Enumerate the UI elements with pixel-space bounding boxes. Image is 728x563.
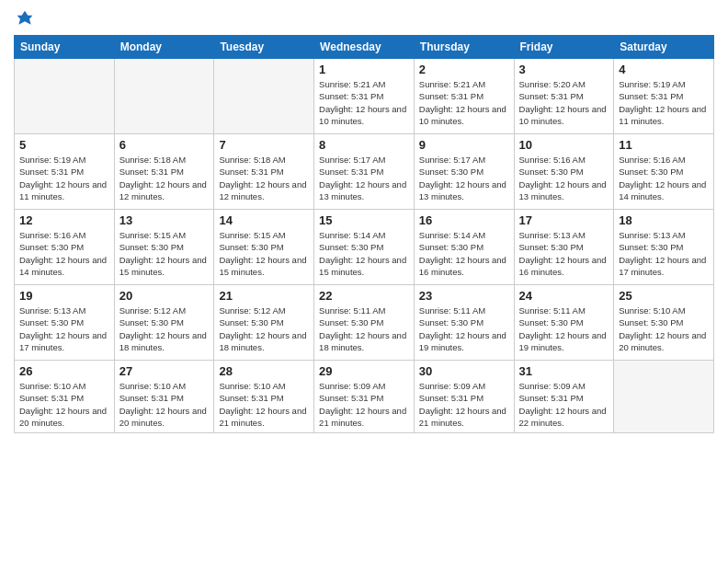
day-info: Sunrise: 5:12 AMSunset: 5:30 PMDaylight:… — [119, 304, 210, 353]
day-info: Sunrise: 5:10 AMSunset: 5:31 PMDaylight:… — [19, 380, 109, 429]
calendar-cell — [614, 361, 714, 433]
day-number: 13 — [119, 213, 210, 227]
day-number: 3 — [519, 63, 609, 76]
day-info: Sunrise: 5:09 AMSunset: 5:31 PMDaylight:… — [519, 380, 609, 429]
day-info: Sunrise: 5:09 AMSunset: 5:31 PMDaylight:… — [319, 380, 409, 429]
day-number: 4 — [619, 63, 709, 76]
day-info: Sunrise: 5:13 AMSunset: 5:30 PMDaylight:… — [619, 229, 709, 278]
day-number: 29 — [319, 364, 409, 378]
week-row-2: 12Sunrise: 5:16 AMSunset: 5:30 PMDayligh… — [15, 210, 714, 285]
day-number: 12 — [19, 213, 109, 227]
calendar-cell: 13Sunrise: 5:15 AMSunset: 5:30 PMDayligh… — [114, 210, 214, 285]
calendar-cell: 31Sunrise: 5:09 AMSunset: 5:31 PMDayligh… — [514, 361, 614, 433]
week-row-3: 19Sunrise: 5:13 AMSunset: 5:30 PMDayligh… — [15, 285, 714, 361]
weekday-header-wednesday: Wednesday — [314, 36, 415, 59]
calendar-cell: 4Sunrise: 5:19 AMSunset: 5:31 PMDaylight… — [614, 59, 714, 134]
day-info: Sunrise: 5:15 AMSunset: 5:30 PMDaylight:… — [119, 229, 210, 278]
day-number: 10 — [519, 138, 609, 152]
day-number: 9 — [419, 138, 509, 152]
weekday-header-saturday: Saturday — [614, 36, 714, 59]
week-row-1: 5Sunrise: 5:19 AMSunset: 5:31 PMDaylight… — [15, 134, 714, 210]
weekday-header-monday: Monday — [114, 36, 214, 59]
calendar-cell: 20Sunrise: 5:12 AMSunset: 5:30 PMDayligh… — [114, 285, 214, 361]
day-info: Sunrise: 5:10 AMSunset: 5:30 PMDaylight:… — [619, 304, 709, 353]
calendar-cell: 19Sunrise: 5:13 AMSunset: 5:30 PMDayligh… — [15, 285, 115, 361]
day-number: 27 — [119, 364, 210, 378]
weekday-header-tuesday: Tuesday — [214, 36, 314, 59]
calendar-cell: 12Sunrise: 5:16 AMSunset: 5:30 PMDayligh… — [15, 210, 115, 285]
calendar-cell: 24Sunrise: 5:11 AMSunset: 5:30 PMDayligh… — [514, 285, 614, 361]
day-number: 26 — [19, 364, 109, 378]
day-info: Sunrise: 5:18 AMSunset: 5:31 PMDaylight:… — [219, 154, 309, 202]
day-info: Sunrise: 5:09 AMSunset: 5:31 PMDaylight:… — [419, 380, 509, 429]
day-info: Sunrise: 5:13 AMSunset: 5:30 PMDaylight:… — [519, 229, 609, 278]
page-header — [14, 9, 714, 28]
calendar-cell: 2Sunrise: 5:21 AMSunset: 5:31 PMDaylight… — [414, 59, 514, 134]
calendar-cell: 26Sunrise: 5:10 AMSunset: 5:31 PMDayligh… — [15, 361, 115, 433]
day-info: Sunrise: 5:14 AMSunset: 5:30 PMDaylight:… — [419, 229, 509, 278]
calendar-cell: 27Sunrise: 5:10 AMSunset: 5:31 PMDayligh… — [114, 361, 214, 433]
day-info: Sunrise: 5:17 AMSunset: 5:30 PMDaylight:… — [419, 154, 509, 202]
calendar-cell: 9Sunrise: 5:17 AMSunset: 5:30 PMDaylight… — [414, 134, 514, 210]
day-number: 24 — [519, 289, 609, 303]
day-number: 20 — [119, 289, 210, 303]
day-number: 11 — [619, 138, 709, 152]
calendar-cell: 10Sunrise: 5:16 AMSunset: 5:30 PMDayligh… — [514, 134, 614, 210]
weekday-header-thursday: Thursday — [414, 36, 514, 59]
day-number: 31 — [519, 364, 609, 378]
day-info: Sunrise: 5:18 AMSunset: 5:31 PMDaylight:… — [119, 154, 210, 202]
calendar-cell: 30Sunrise: 5:09 AMSunset: 5:31 PMDayligh… — [414, 361, 514, 433]
calendar-cell: 18Sunrise: 5:13 AMSunset: 5:30 PMDayligh… — [614, 210, 714, 285]
day-number: 18 — [619, 213, 709, 227]
calendar-cell — [15, 59, 115, 134]
day-number: 25 — [619, 289, 709, 303]
day-number: 8 — [319, 138, 409, 152]
calendar-cell: 14Sunrise: 5:15 AMSunset: 5:30 PMDayligh… — [214, 210, 314, 285]
weekday-header-friday: Friday — [514, 36, 614, 59]
calendar-cell: 7Sunrise: 5:18 AMSunset: 5:31 PMDaylight… — [214, 134, 314, 210]
day-info: Sunrise: 5:11 AMSunset: 5:30 PMDaylight:… — [419, 304, 509, 353]
calendar-cell — [214, 59, 314, 134]
day-number: 1 — [319, 63, 409, 76]
day-info: Sunrise: 5:10 AMSunset: 5:31 PMDaylight:… — [219, 380, 309, 429]
day-info: Sunrise: 5:10 AMSunset: 5:31 PMDaylight:… — [119, 380, 210, 429]
logo-icon — [16, 9, 34, 28]
calendar-cell: 11Sunrise: 5:16 AMSunset: 5:30 PMDayligh… — [614, 134, 714, 210]
day-info: Sunrise: 5:15 AMSunset: 5:30 PMDaylight:… — [219, 229, 309, 278]
day-info: Sunrise: 5:21 AMSunset: 5:31 PMDaylight:… — [419, 78, 509, 127]
day-info: Sunrise: 5:21 AMSunset: 5:31 PMDaylight:… — [319, 78, 409, 127]
calendar-cell: 15Sunrise: 5:14 AMSunset: 5:30 PMDayligh… — [314, 210, 415, 285]
day-info: Sunrise: 5:16 AMSunset: 5:30 PMDaylight:… — [19, 229, 109, 278]
calendar-cell — [114, 59, 214, 134]
day-info: Sunrise: 5:11 AMSunset: 5:30 PMDaylight:… — [319, 304, 409, 353]
calendar-cell: 23Sunrise: 5:11 AMSunset: 5:30 PMDayligh… — [414, 285, 514, 361]
day-number: 19 — [19, 289, 109, 303]
calendar-cell: 5Sunrise: 5:19 AMSunset: 5:31 PMDaylight… — [15, 134, 115, 210]
day-number: 21 — [219, 289, 309, 303]
day-info: Sunrise: 5:17 AMSunset: 5:31 PMDaylight:… — [319, 154, 409, 202]
weekday-header-row: SundayMondayTuesdayWednesdayThursdayFrid… — [15, 36, 714, 59]
day-info: Sunrise: 5:19 AMSunset: 5:31 PMDaylight:… — [619, 78, 709, 127]
calendar-cell: 17Sunrise: 5:13 AMSunset: 5:30 PMDayligh… — [514, 210, 614, 285]
day-number: 16 — [419, 213, 509, 227]
calendar-cell: 3Sunrise: 5:20 AMSunset: 5:31 PMDaylight… — [514, 59, 614, 134]
day-info: Sunrise: 5:19 AMSunset: 5:31 PMDaylight:… — [19, 154, 109, 202]
logo — [14, 9, 34, 28]
day-number: 23 — [419, 289, 509, 303]
day-info: Sunrise: 5:20 AMSunset: 5:31 PMDaylight:… — [519, 78, 609, 127]
weekday-header-sunday: Sunday — [15, 36, 115, 59]
day-number: 2 — [419, 63, 509, 76]
day-info: Sunrise: 5:16 AMSunset: 5:30 PMDaylight:… — [619, 154, 709, 202]
day-number: 30 — [419, 364, 509, 378]
calendar-cell: 25Sunrise: 5:10 AMSunset: 5:30 PMDayligh… — [614, 285, 714, 361]
calendar-table: SundayMondayTuesdayWednesdayThursdayFrid… — [14, 35, 714, 433]
calendar-cell: 1Sunrise: 5:21 AMSunset: 5:31 PMDaylight… — [314, 59, 415, 134]
day-info: Sunrise: 5:11 AMSunset: 5:30 PMDaylight:… — [519, 304, 609, 353]
day-number: 6 — [119, 138, 210, 152]
calendar-cell: 6Sunrise: 5:18 AMSunset: 5:31 PMDaylight… — [114, 134, 214, 210]
day-info: Sunrise: 5:16 AMSunset: 5:30 PMDaylight:… — [519, 154, 609, 202]
day-number: 7 — [219, 138, 309, 152]
week-row-0: 1Sunrise: 5:21 AMSunset: 5:31 PMDaylight… — [15, 59, 714, 134]
calendar-cell: 8Sunrise: 5:17 AMSunset: 5:31 PMDaylight… — [314, 134, 415, 210]
day-info: Sunrise: 5:13 AMSunset: 5:30 PMDaylight:… — [19, 304, 109, 353]
